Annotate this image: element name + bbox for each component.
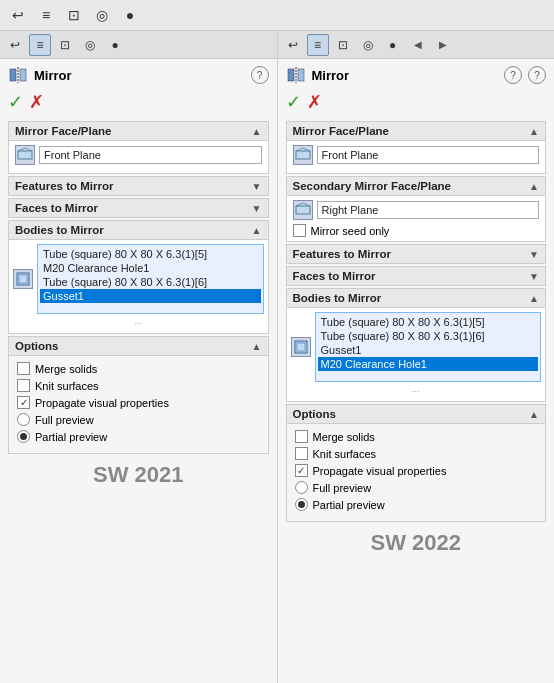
right-list-item-4[interactable]: M20 Clearance Hole1 xyxy=(318,357,539,371)
right-partial-preview-radio[interactable] xyxy=(295,498,308,511)
left-bodies-field-row: Tube (square) 80 X 80 X 6.3(1)[5] M20 Cl… xyxy=(13,244,264,314)
right-toolbar-btn-1[interactable]: ↩ xyxy=(282,34,304,56)
svg-rect-0 xyxy=(10,69,16,81)
left-toolbar-btn-1[interactable]: ↩ xyxy=(4,34,26,56)
right-toolbar-btn-2[interactable]: ≡ xyxy=(307,34,329,56)
left-propagate-visual-checkbox[interactable] xyxy=(17,396,30,409)
left-propagate-visual-label: Propagate visual properties xyxy=(35,397,169,409)
top-toolbar-btn-2[interactable]: ≡ xyxy=(34,3,58,27)
right-toolbar-btn-3[interactable]: ⊡ xyxy=(332,34,354,56)
left-mirror-face-section: Mirror Face/Plane ▲ xyxy=(8,121,269,174)
right-toolbar-btn-next[interactable]: ▶ xyxy=(432,34,454,56)
right-toolbar-btn-prev[interactable]: ◀ xyxy=(407,34,429,56)
right-bodies-header[interactable]: Bodies to Mirror ▲ xyxy=(286,288,547,308)
left-toolbar-btn-4[interactable]: ◎ xyxy=(79,34,101,56)
left-bodies-chevron: ▲ xyxy=(252,225,262,236)
right-bodies-chevron: ▲ xyxy=(529,293,539,304)
left-options-section: Options ▲ Merge solids Knit surfaces Pro… xyxy=(8,336,269,454)
right-faces-section: Faces to Mirror ▼ xyxy=(286,266,547,286)
right-confirm-btn[interactable]: ✓ xyxy=(286,91,301,113)
right-mirror-seed-label: Mirror seed only xyxy=(311,225,390,237)
top-toolbar-btn-3[interactable]: ⊡ xyxy=(62,3,86,27)
right-mirror-seed-checkbox[interactable] xyxy=(293,224,306,237)
left-bodies-body: Tube (square) 80 X 80 X 6.3(1)[5] M20 Cl… xyxy=(8,240,269,334)
right-features-label: Features to Mirror xyxy=(293,248,391,260)
left-full-preview-radio[interactable] xyxy=(17,413,30,426)
left-list-item-1[interactable]: Tube (square) 80 X 80 X 6.3(1)[5] xyxy=(40,247,261,261)
right-features-header[interactable]: Features to Mirror ▼ xyxy=(286,244,547,264)
right-options-header[interactable]: Options ▲ xyxy=(286,404,547,424)
right-secondary-header[interactable]: Secondary Mirror Face/Plane ▲ xyxy=(286,176,547,196)
right-faces-label: Faces to Mirror xyxy=(293,270,376,282)
right-toolbar-btn-4[interactable]: ◎ xyxy=(357,34,379,56)
right-secondary-input[interactable] xyxy=(317,201,540,219)
left-mirror-face-body xyxy=(8,141,269,174)
left-toolbar-btn-3[interactable]: ⊡ xyxy=(54,34,76,56)
left-panel-toolbar: ↩ ≡ ⊡ ◎ ● xyxy=(0,31,277,59)
right-help-btn-1[interactable]: ? xyxy=(504,66,522,84)
right-propagate-visual-checkbox[interactable] xyxy=(295,464,308,477)
left-bodies-listbox[interactable]: Tube (square) 80 X 80 X 6.3(1)[5] M20 Cl… xyxy=(37,244,264,314)
left-mirror-header: Mirror ? xyxy=(8,65,269,85)
left-watermark: SW 2021 xyxy=(8,462,269,496)
left-merge-solids-checkbox[interactable] xyxy=(17,362,30,375)
left-cancel-btn[interactable]: ✗ xyxy=(29,91,44,113)
left-mirror-title: Mirror xyxy=(34,68,245,83)
right-merge-solids-row: Merge solids xyxy=(295,430,538,443)
right-partial-preview-row: Partial preview xyxy=(295,498,538,511)
right-plane-icon xyxy=(293,145,313,165)
right-knit-surfaces-checkbox[interactable] xyxy=(295,447,308,460)
right-panel-toolbar: ↩ ≡ ⊡ ◎ ● ◀ ▶ xyxy=(278,31,555,59)
left-confirm-btn[interactable]: ✓ xyxy=(8,91,23,113)
left-mirror-face-input[interactable] xyxy=(39,146,262,164)
right-full-preview-radio[interactable] xyxy=(295,481,308,494)
left-help-btn[interactable]: ? xyxy=(251,66,269,84)
left-partial-preview-label: Partial preview xyxy=(35,431,107,443)
right-secondary-label: Secondary Mirror Face/Plane xyxy=(293,180,452,192)
right-secondary-chevron: ▲ xyxy=(529,181,539,192)
left-panel: ↩ ≡ ⊡ ◎ ● Mirror ? ✓ xyxy=(0,31,278,683)
right-mirror-face-label: Mirror Face/Plane xyxy=(293,125,390,137)
right-mirror-title: Mirror xyxy=(312,68,499,83)
right-mirror-face-field-row xyxy=(293,145,540,165)
right-mirror-icon xyxy=(286,65,306,85)
left-list-item-4[interactable]: Gusset1 xyxy=(40,289,261,303)
left-toolbar-btn-5[interactable]: ● xyxy=(104,34,126,56)
left-knit-surfaces-row: Knit surfaces xyxy=(17,379,260,392)
left-list-item-3[interactable]: Tube (square) 80 X 80 X 6.3(1)[6] xyxy=(40,275,261,289)
left-propagate-visual-row: Propagate visual properties xyxy=(17,396,260,409)
left-faces-section: Faces to Mirror ▼ xyxy=(8,198,269,218)
top-toolbar-btn-1[interactable]: ↩ xyxy=(6,3,30,27)
right-faces-header[interactable]: Faces to Mirror ▼ xyxy=(286,266,547,286)
left-faces-header[interactable]: Faces to Mirror ▼ xyxy=(8,198,269,218)
left-mirror-icon xyxy=(8,65,28,85)
left-faces-label: Faces to Mirror xyxy=(15,202,98,214)
right-bodies-listbox[interactable]: Tube (square) 80 X 80 X 6.3(1)[5] Tube (… xyxy=(315,312,542,382)
left-partial-preview-radio[interactable] xyxy=(17,430,30,443)
left-list-item-2[interactable]: M20 Clearance Hole1 xyxy=(40,261,261,275)
left-merge-solids-label: Merge solids xyxy=(35,363,97,375)
left-bodies-header[interactable]: Bodies to Mirror ▲ xyxy=(8,220,269,240)
right-body-icon xyxy=(291,337,311,357)
top-toolbar-btn-4[interactable]: ◎ xyxy=(90,3,114,27)
left-mirror-face-header[interactable]: Mirror Face/Plane ▲ xyxy=(8,121,269,141)
left-panel-content: Mirror ? ✓ ✗ Mirror Face/Plane ▲ xyxy=(0,59,277,683)
right-mirror-face-input[interactable] xyxy=(317,146,540,164)
right-mirror-face-header[interactable]: Mirror Face/Plane ▲ xyxy=(286,121,547,141)
left-features-header[interactable]: Features to Mirror ▼ xyxy=(8,176,269,196)
left-options-header[interactable]: Options ▲ xyxy=(8,336,269,356)
svg-rect-7 xyxy=(19,275,27,283)
right-options-chevron: ▲ xyxy=(529,409,539,420)
svg-rect-1 xyxy=(20,69,26,81)
right-list-item-1[interactable]: Tube (square) 80 X 80 X 6.3(1)[5] xyxy=(318,315,539,329)
top-toolbar-btn-5[interactable]: ● xyxy=(118,3,142,27)
right-full-preview-row: Full preview xyxy=(295,481,538,494)
left-toolbar-btn-2[interactable]: ≡ xyxy=(29,34,51,56)
left-knit-surfaces-checkbox[interactable] xyxy=(17,379,30,392)
right-cancel-btn[interactable]: ✗ xyxy=(307,91,322,113)
right-help-btn-2[interactable]: ? xyxy=(528,66,546,84)
right-list-item-2[interactable]: Tube (square) 80 X 80 X 6.3(1)[6] xyxy=(318,329,539,343)
right-merge-solids-checkbox[interactable] xyxy=(295,430,308,443)
right-toolbar-btn-5[interactable]: ● xyxy=(382,34,404,56)
right-list-item-3[interactable]: Gusset1 xyxy=(318,343,539,357)
